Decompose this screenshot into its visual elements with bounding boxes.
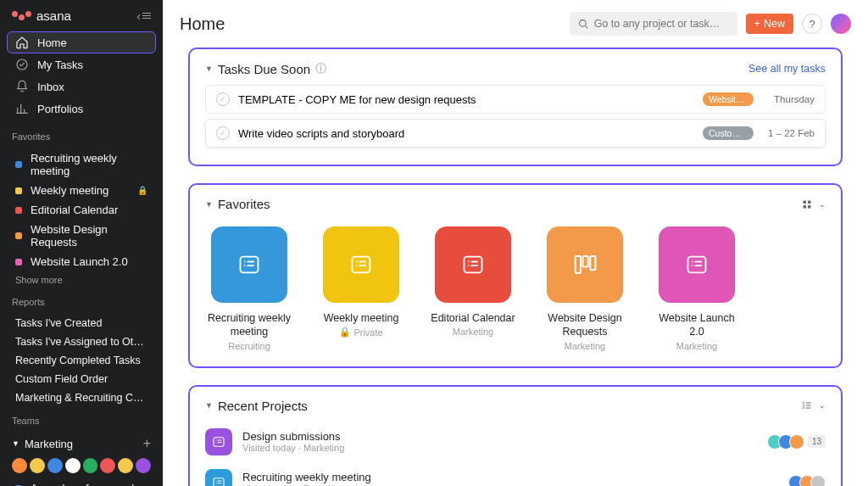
sidebar-reports-list: Tasks I've CreatedTasks I've Assigned to…	[0, 314, 163, 407]
team-member-avatar[interactable]	[12, 458, 27, 473]
project-tile	[547, 226, 623, 303]
primary-nav: Home My Tasks Inbox Portfolios	[0, 28, 163, 123]
team-member-avatar[interactable]	[118, 458, 133, 473]
nav-my-tasks[interactable]: My Tasks	[7, 53, 156, 75]
svg-point-29	[804, 403, 804, 404]
new-button[interactable]: + New	[746, 14, 793, 34]
team-member-avatar[interactable]	[83, 458, 98, 473]
search-input[interactable]	[594, 18, 729, 30]
svg-rect-16	[465, 257, 482, 273]
project-name: Website Launch 2.0	[653, 311, 741, 339]
recent-projects-card: ▼ Recent Projects ⌄ Design submissionsVi…	[188, 385, 843, 487]
favorite-project-card[interactable]: Website Design RequestsMarketing	[541, 226, 629, 351]
report-item[interactable]: Tasks I've Assigned to Others	[7, 332, 156, 351]
global-search[interactable]	[570, 12, 737, 36]
collapse-icon[interactable]: ▼	[205, 64, 213, 73]
nav-portfolios[interactable]: Portfolios	[7, 98, 156, 120]
favorite-project-card[interactable]: Weekly meeting🔒Private	[317, 226, 405, 351]
complete-check-icon[interactable]: ✓	[216, 92, 230, 106]
team-member-avatar[interactable]	[100, 458, 115, 473]
app-logo[interactable]: asana	[12, 8, 71, 23]
help-button[interactable]: ?	[802, 14, 822, 34]
team-member-avatar[interactable]	[136, 458, 151, 473]
recent-project-row[interactable]: Design submissionsVisited today · Market…	[205, 422, 826, 462]
project-team: Marketing	[541, 341, 629, 351]
svg-rect-40	[214, 478, 224, 486]
team-name: Marketing	[25, 438, 73, 450]
chevron-down-icon[interactable]: ⌄	[819, 200, 826, 209]
chevron-down-icon[interactable]: ⌄	[819, 401, 826, 410]
svg-point-1	[579, 20, 586, 26]
sidebar-favorite-item[interactable]: Website Design Requests	[7, 220, 156, 252]
sidebar-favorite-item[interactable]: Weekly meeting🔒	[7, 181, 156, 200]
svg-rect-3	[808, 200, 811, 204]
svg-rect-6	[241, 257, 259, 273]
nav-home[interactable]: Home	[7, 31, 156, 53]
project-name: Recruiting weekly meeting	[242, 471, 371, 483]
search-icon	[578, 19, 589, 30]
svg-rect-4	[804, 205, 807, 209]
sidebar-collapse-icon[interactable]: ‹	[136, 9, 151, 23]
svg-rect-21	[576, 256, 581, 273]
bell-icon	[15, 80, 29, 93]
favorite-project-card[interactable]: Editorial CalendarMarketing	[429, 226, 517, 351]
info-icon[interactable]: ⓘ	[315, 61, 326, 76]
team-avatar-row	[0, 455, 163, 478]
favorites-card: ▼ Favorites ⌄ Recruiting weekly meetingR…	[188, 183, 843, 368]
report-item[interactable]: Custom Field Order	[7, 370, 156, 388]
teams-heading: Teams	[12, 416, 151, 426]
sidebar: asana ‹ Home My Tasks Inbox	[0, 0, 163, 486]
svg-rect-35	[214, 437, 224, 446]
favorite-project-card[interactable]: Website Launch 2.0Marketing	[653, 226, 741, 351]
chart-icon	[15, 102, 29, 115]
member-avatar[interactable]	[789, 434, 804, 450]
team-row-marketing[interactable]: ▼ Marketing +	[0, 433, 163, 455]
team-projects-list: Annual conference planMarketing goals	[0, 478, 163, 486]
project-tag[interactable]: Custome…	[703, 126, 754, 140]
collapse-icon[interactable]: ▼	[205, 200, 213, 209]
page-title: Home	[180, 14, 225, 34]
project-label: Website Launch 2.0	[31, 255, 128, 268]
report-item[interactable]: Tasks I've Created	[7, 314, 156, 332]
member-avatar[interactable]	[810, 475, 826, 487]
team-member-avatar[interactable]	[30, 458, 45, 473]
new-label: New	[764, 18, 785, 30]
recent-project-row[interactable]: Recruiting weekly meetingVisited today ·…	[205, 462, 826, 487]
favorite-project-card[interactable]: Recruiting weekly meetingRecruiting	[205, 226, 293, 351]
report-item[interactable]: Marketing & Recruiting Collab…	[7, 388, 156, 407]
project-tile	[323, 226, 399, 303]
report-item[interactable]: Recently Completed Tasks	[7, 351, 156, 370]
task-date: 1 – 22 Feb	[762, 128, 815, 138]
list-view-icon[interactable]	[802, 400, 812, 411]
task-row[interactable]: ✓TEMPLATE - COPY ME for new design reque…	[205, 85, 826, 114]
show-more-link[interactable]: Show more	[0, 271, 163, 288]
favorites-heading: Favorites	[12, 131, 151, 142]
project-tag[interactable]: Website …	[703, 92, 754, 106]
collapse-icon[interactable]: ▼	[205, 401, 213, 410]
complete-check-icon[interactable]: ✓	[216, 126, 230, 140]
check-circle-icon	[15, 58, 29, 71]
team-member-avatar[interactable]	[47, 458, 63, 473]
svg-point-31	[804, 405, 804, 406]
team-member-avatar[interactable]	[65, 458, 81, 473]
project-team: Marketing	[429, 327, 517, 337]
see-all-tasks-link[interactable]: See all my tasks	[748, 63, 826, 75]
project-team: 🔒Private	[317, 327, 405, 338]
svg-rect-2	[804, 200, 807, 204]
add-project-icon[interactable]: +	[143, 436, 151, 451]
nav-label: Portfolios	[37, 103, 83, 115]
team-project-item[interactable]: Annual conference plan	[7, 478, 156, 486]
sidebar-favorite-item[interactable]: Recruiting weekly meeting	[7, 148, 156, 181]
profile-avatar[interactable]	[831, 14, 851, 34]
project-label: Annual conference plan	[31, 482, 147, 486]
topbar: Home + New ?	[163, 0, 868, 44]
task-row[interactable]: ✓Write video scripts and storyboardCusto…	[205, 119, 826, 148]
lock-icon: 🔒	[339, 327, 351, 338]
nav-inbox[interactable]: Inbox	[7, 75, 156, 98]
project-color-dot	[15, 259, 22, 265]
sidebar-favorites-list: Recruiting weekly meetingWeekly meeting🔒…	[0, 148, 163, 271]
project-name: Design submissions	[242, 430, 344, 443]
grid-view-icon[interactable]	[802, 199, 812, 209]
sidebar-favorite-item[interactable]: Website Launch 2.0	[7, 252, 156, 271]
sidebar-favorite-item[interactable]: Editorial Calendar	[7, 200, 156, 220]
